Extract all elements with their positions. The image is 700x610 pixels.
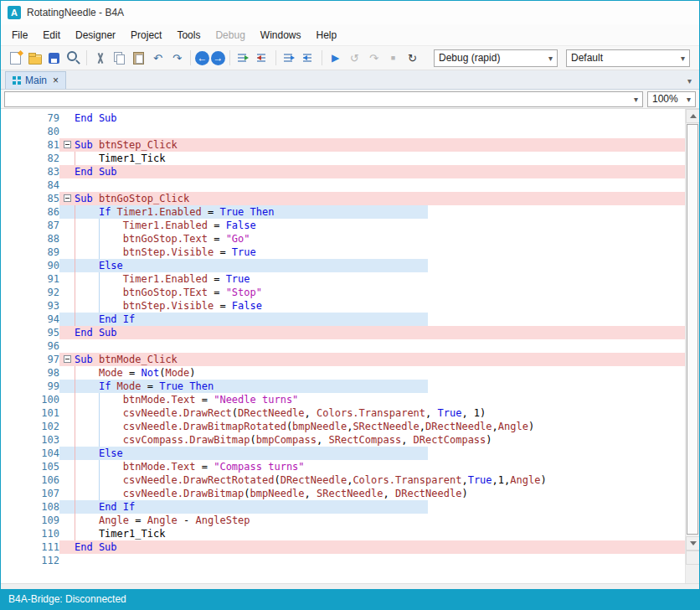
code-text[interactable]: Timer1_Tick <box>75 527 685 540</box>
restart-icon[interactable]: ↻ <box>404 49 421 67</box>
menu-designer[interactable]: Designer <box>68 26 123 44</box>
fold-collapse-icon[interactable] <box>64 141 71 148</box>
line-number: 111 <box>1 540 59 554</box>
code-text[interactable]: csvNeedle.DrawRectRotated(DRectNeedle,Co… <box>75 473 685 487</box>
code-text[interactable]: btnMode.Text = "Needle turns" <box>75 393 685 406</box>
menu-file[interactable]: File <box>4 26 35 44</box>
scrollbar-extra-button[interactable] <box>686 551 699 565</box>
paste-icon[interactable] <box>130 49 147 67</box>
back-icon[interactable]: ← <box>195 51 209 65</box>
code-line-80: 80 <box>1 125 685 138</box>
line-number: 79 <box>1 111 59 125</box>
open-icon[interactable] <box>26 49 44 67</box>
status-bar: B4A-Bridge: Disconnected <box>1 589 699 609</box>
new-file-icon[interactable] <box>7 49 24 67</box>
code-text[interactable]: btnStep.Visible = True <box>75 246 685 259</box>
code-line-105: 105 btnMode.Text = "Compass turns" <box>1 460 685 473</box>
gutter <box>59 299 75 313</box>
comment-icon[interactable] <box>234 49 252 67</box>
code-text[interactable]: Sub btnMode_Click <box>75 353 685 366</box>
gutter <box>59 219 75 232</box>
code-text[interactable]: btnGoStop.Text = "Go" <box>75 232 685 246</box>
code-text[interactable]: btnStep.Visible = False <box>75 299 685 313</box>
debug-mode-select[interactable]: Debug (rapid) ▾ <box>434 49 558 67</box>
redo-icon[interactable]: ↷ <box>168 49 186 67</box>
code-text[interactable]: csvCompass.DrawBitmap(bmpCompass, SRectC… <box>75 433 685 447</box>
code-text[interactable]: End Sub <box>75 165 685 178</box>
menu-windows[interactable]: Windows <box>253 26 309 44</box>
tab-list-chevron-icon[interactable]: ▾ <box>687 76 695 89</box>
code-text[interactable]: Timer1.Enabled = True <box>75 272 685 286</box>
code-editor[interactable]: 79End Sub8081Sub btnStep_Click82 Timer1_… <box>1 109 699 583</box>
copy-icon[interactable] <box>111 49 128 67</box>
code-text[interactable]: If Mode = True Then <box>75 380 685 393</box>
code-text[interactable] <box>75 339 685 353</box>
code-text[interactable]: End Sub <box>75 326 685 339</box>
indent-icon[interactable] <box>281 49 298 67</box>
scrollbar-down-button[interactable] <box>686 536 699 551</box>
gutter <box>59 246 75 259</box>
tab-close-icon[interactable]: × <box>53 75 59 86</box>
code-text[interactable] <box>75 554 685 567</box>
find-icon[interactable] <box>64 49 82 67</box>
gutter <box>59 205 75 219</box>
code-text[interactable]: Timer1_Tick <box>75 152 685 165</box>
code-text[interactable]: btnGoStop.TExt = "Stop" <box>75 286 685 299</box>
gutter <box>59 447 75 460</box>
code-text[interactable]: Else <box>75 259 685 272</box>
scrollbar-up-button[interactable] <box>686 109 699 123</box>
uncomment-icon[interactable] <box>254 49 271 67</box>
save-icon[interactable] <box>45 49 63 67</box>
code-text[interactable]: Timer1.Enabled = False <box>75 219 685 232</box>
scrollbar-thumb[interactable] <box>687 124 698 535</box>
run-icon[interactable]: ▶ <box>327 49 344 67</box>
cut-icon[interactable] <box>91 49 109 67</box>
code-text[interactable] <box>75 178 685 192</box>
code-line-79: 79End Sub <box>1 111 685 125</box>
line-number: 85 <box>1 192 59 205</box>
code-text[interactable]: csvNeedle.DrawBitmap(bmpNeedle, SRectNee… <box>75 487 685 500</box>
gutter <box>59 111 75 125</box>
code-line-103: 103 csvCompass.DrawBitmap(bmpCompass, SR… <box>1 433 685 447</box>
gutter <box>59 393 75 406</box>
zoom-select[interactable]: 100% ▾ <box>647 91 696 107</box>
code-line-87: 87 Timer1.Enabled = False <box>1 219 685 232</box>
fold-collapse-icon[interactable] <box>64 194 71 202</box>
code-text[interactable]: End If <box>75 500 685 514</box>
code-text[interactable]: End Sub <box>75 540 685 554</box>
code-text[interactable]: btnMode.Text = "Compass turns" <box>75 460 685 473</box>
menu-edit[interactable]: Edit <box>35 26 68 44</box>
title-bar: A RotatingNeedle - B4A <box>1 1 699 24</box>
code-text[interactable] <box>75 125 685 138</box>
line-number: 103 <box>1 433 59 447</box>
code-text[interactable]: End If <box>75 313 685 326</box>
code-text[interactable]: Else <box>75 447 685 460</box>
fold-collapse-icon[interactable] <box>64 355 71 363</box>
code-text[interactable]: csvNeedle.DrawRect(DRectNeedle, Colors.T… <box>75 406 685 420</box>
code-text[interactable]: If Timer1.Enabled = True Then <box>75 205 685 219</box>
code-text[interactable]: csvNeedle.DrawBitmapRotated(bmpNeedle,SR… <box>75 420 685 433</box>
code-text[interactable]: Angle = Angle - AngleStep <box>75 514 685 527</box>
code-line-99: 99 If Mode = True Then <box>1 380 685 393</box>
code-line-112: 112 <box>1 554 685 567</box>
editor-vertical-scrollbar[interactable] <box>685 109 699 583</box>
gutter <box>59 152 75 165</box>
menu-help[interactable]: Help <box>309 26 345 44</box>
status-text: B4A-Bridge: Disconnected <box>8 593 126 605</box>
forward-icon[interactable]: → <box>211 51 225 65</box>
build-config-select[interactable]: Default ▾ <box>566 49 690 67</box>
undo-icon[interactable]: ↶ <box>149 49 167 67</box>
sub-selector-combobox[interactable]: ▾ <box>4 91 643 107</box>
toolbar-separator <box>322 50 322 65</box>
menu-project[interactable]: Project <box>123 26 169 44</box>
code-text[interactable]: Sub btnStep_Click <box>75 138 685 152</box>
gutter <box>59 339 75 353</box>
outdent-icon[interactable] <box>300 49 317 67</box>
code-text[interactable]: Sub btnGoStop_Click <box>75 192 685 205</box>
menu-tools[interactable]: Tools <box>169 26 208 44</box>
code-text[interactable]: End Sub <box>75 111 685 125</box>
code-text[interactable]: Mode = Not(Mode) <box>75 366 685 380</box>
tab-main[interactable]: Main × <box>5 71 66 89</box>
line-number: 82 <box>1 152 59 165</box>
line-number: 106 <box>1 473 59 487</box>
